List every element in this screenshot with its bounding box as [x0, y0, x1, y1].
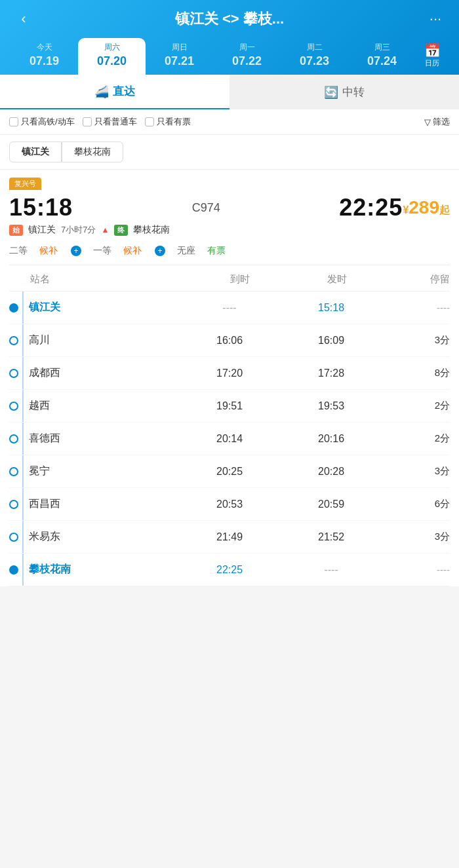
timeline-wrap	[9, 369, 22, 378]
stop-arrive: 21:49	[178, 531, 280, 543]
stop-depart: 15:18	[281, 302, 382, 314]
calendar-icon: 📅	[418, 43, 446, 58]
timeline-wrap	[9, 533, 22, 542]
calendar-button[interactable]: 📅 日历	[416, 39, 449, 75]
stop-station-name: 喜德西	[29, 432, 60, 445]
filter-high-speed[interactable]: 只看高铁/动车	[9, 116, 75, 128]
timeline-wrap	[9, 565, 22, 575]
date-tabs: 今天 07.19 周六 07.20 周日 07.21 周一 07.22 周二 0…	[10, 35, 449, 75]
checkbox-high-speed[interactable]	[9, 117, 18, 126]
stop-row: 越西 19:51 19:53 2分	[9, 390, 450, 423]
stop-station-col: 镇江关	[9, 301, 178, 314]
dot-empty-icon	[9, 434, 18, 443]
seat-second-status: 候补	[39, 245, 58, 257]
more-button[interactable]: ···	[422, 10, 449, 28]
stop-depart: 16:09	[281, 335, 382, 347]
stop-stay: ----	[382, 302, 450, 313]
filter-regular[interactable]: 只看普通车	[83, 116, 137, 128]
train-icon: 🚄	[94, 85, 109, 99]
stop-station-name: 冕宁	[29, 464, 50, 478]
stop-station-name: 西昌西	[29, 497, 60, 511]
filter-available[interactable]: 只看有票	[145, 116, 191, 128]
date-tab-mon[interactable]: 周一 07.22	[213, 38, 281, 75]
date-tab-tue[interactable]: 周二 07.23	[281, 38, 348, 75]
seat-first-plus[interactable]: +	[155, 246, 165, 256]
filter-button[interactable]: ▽ 筛选	[424, 116, 450, 128]
stop-arrive: ----	[178, 302, 280, 314]
stop-station-col: 米易东	[9, 530, 178, 544]
train-card: 复兴号 15:18 C974 22:25 ¥289起 始 镇江关 7小时7分 ▲…	[0, 170, 459, 265]
transfer-icon: 🔄	[324, 85, 338, 100]
stop-arrive: 17:20	[178, 368, 280, 379]
stop-row: 成都西 17:20 17:28 8分	[9, 357, 450, 390]
day-num-wed: 07.24	[351, 54, 413, 68]
filter-row: 只看高铁/动车 只看普通车 只看有票 ▽ 筛选	[0, 109, 459, 135]
seat-first-class: 一等	[93, 245, 111, 257]
dot-filled-icon	[9, 565, 18, 575]
up-arrow-icon: ▲	[101, 225, 109, 235]
start-badge: 始	[9, 225, 23, 236]
stop-station-name: 高川	[29, 333, 50, 347]
filter-high-speed-label: 只看高铁/动车	[21, 116, 75, 128]
dot-empty-icon	[9, 533, 18, 542]
stop-arrive: 20:53	[178, 499, 280, 510]
stop-arrive: 20:25	[178, 466, 280, 478]
station-tab-end[interactable]: 攀枝花南	[62, 142, 123, 162]
day-num-thu: 07.19	[13, 54, 75, 68]
date-tab-wed[interactable]: 周三 07.24	[348, 38, 416, 75]
day-num-sat: 07.20	[81, 54, 143, 68]
back-button[interactable]: ‹	[10, 10, 37, 28]
filter-regular-label: 只看普通车	[94, 116, 137, 128]
timeline-wrap	[9, 336, 22, 345]
train-main-row: 15:18 C974 22:25 ¥289起	[9, 190, 450, 223]
price-suffix: 起	[439, 204, 450, 216]
tab-transfer[interactable]: 🔄 中转	[230, 75, 459, 109]
date-tab-sun[interactable]: 周日 07.21	[146, 38, 213, 75]
dot-filled-icon	[9, 303, 18, 312]
stop-arrive: 20:14	[178, 433, 280, 445]
station-tab-start[interactable]: 镇江关	[9, 142, 62, 162]
stop-station-col: 西昌西	[9, 497, 178, 511]
end-badge: 终	[114, 225, 128, 236]
stop-stay: 2分	[382, 400, 450, 412]
train-badge: 复兴号	[9, 178, 41, 190]
stop-row: 冕宁 20:25 20:28 3分	[9, 455, 450, 488]
train-depart-time: 15:18	[9, 194, 73, 221]
tab-direct-label: 直达	[113, 84, 135, 99]
stop-row: 高川 16:06 16:09 3分	[9, 324, 450, 357]
stop-row: 攀枝花南 22:25 ---- ----	[9, 554, 450, 586]
train-duration: 7小时7分	[61, 224, 96, 236]
dot-empty-icon	[9, 369, 18, 378]
stop-stay: 3分	[382, 531, 450, 543]
stop-stay: 3分	[382, 465, 450, 478]
timeline-wrap	[9, 434, 22, 443]
stop-row: 喜德西 20:14 20:16 2分	[9, 423, 450, 455]
date-tab-thu[interactable]: 今天 07.19	[10, 38, 78, 75]
seat-second-plus[interactable]: +	[71, 246, 81, 256]
page-title: 镇江关 <> 攀枝...	[37, 9, 422, 29]
checkbox-regular[interactable]	[83, 117, 92, 126]
stop-stay: ----	[382, 564, 450, 575]
day-name-thu: 今天	[13, 42, 75, 53]
timeline-wrap	[9, 467, 22, 476]
train-number: C974	[73, 201, 339, 215]
tab-transfer-label: 中转	[342, 85, 365, 100]
day-name-wed: 周三	[351, 42, 413, 53]
stop-stay: 2分	[382, 432, 450, 445]
stop-stay: 6分	[382, 498, 450, 510]
day-name-sat: 周六	[81, 42, 143, 53]
seat-row: 二等 候补 + 一等 候补 + 无座 有票	[9, 240, 450, 265]
stop-arrive: 22:25	[178, 564, 280, 576]
stop-row: 镇江关 ---- 15:18 ----	[9, 292, 450, 324]
date-tab-sat[interactable]: 周六 07.20	[78, 38, 146, 75]
tab-direct[interactable]: 🚄 直达	[0, 75, 230, 109]
header-stay: 停留	[386, 273, 450, 286]
type-tabs: 🚄 直达 🔄 中转	[0, 75, 459, 109]
train-price[interactable]: ¥289起	[403, 197, 450, 218]
checkbox-available[interactable]	[145, 117, 154, 126]
header: ‹ 镇江关 <> 攀枝... ··· 今天 07.19 周六 07.20 周日 …	[0, 0, 459, 75]
header-station: 站名	[9, 273, 191, 286]
stop-row: 西昌西 20:53 20:59 6分	[9, 488, 450, 521]
calendar-label: 日历	[418, 58, 446, 68]
timeline-wrap	[9, 402, 22, 411]
